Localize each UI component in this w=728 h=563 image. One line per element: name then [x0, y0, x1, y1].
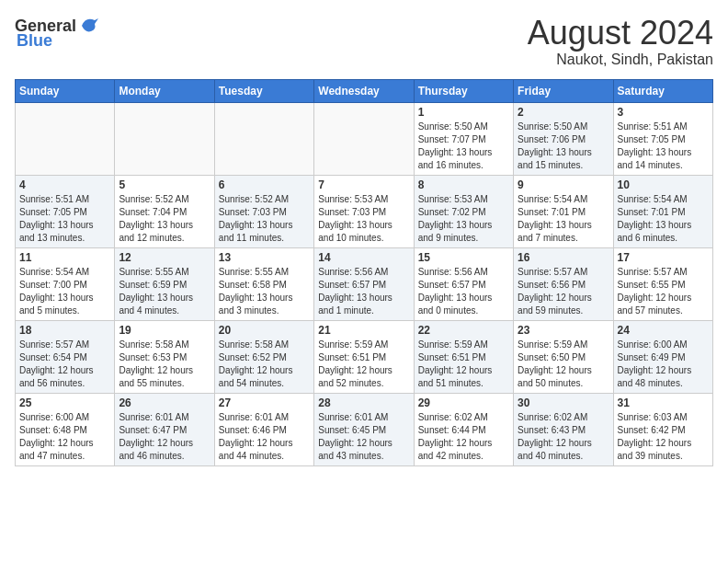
day-info: Sunrise: 5:52 AM Sunset: 7:03 PM Dayligh… — [219, 193, 310, 245]
calendar-cell: 1Sunrise: 5:50 AM Sunset: 7:07 PM Daylig… — [414, 102, 513, 175]
day-info: Sunrise: 5:50 AM Sunset: 7:06 PM Dayligh… — [518, 121, 609, 172]
calendar-cell: 2Sunrise: 5:50 AM Sunset: 7:06 PM Daylig… — [514, 102, 613, 175]
day-info: Sunrise: 5:58 AM Sunset: 6:53 PM Dayligh… — [119, 339, 210, 390]
day-info: Sunrise: 5:53 AM Sunset: 7:03 PM Dayligh… — [318, 193, 409, 245]
calendar-cell: 21Sunrise: 5:59 AM Sunset: 6:51 PM Dayli… — [314, 320, 414, 393]
month-title: August 2024 — [528, 15, 713, 52]
day-info: Sunrise: 6:02 AM Sunset: 6:43 PM Dayligh… — [518, 411, 609, 463]
calendar-cell: 22Sunrise: 5:59 AM Sunset: 6:51 PM Dayli… — [414, 320, 513, 393]
calendar-cell: 29Sunrise: 6:02 AM Sunset: 6:44 PM Dayli… — [414, 393, 513, 465]
calendar-cell: 7Sunrise: 5:53 AM Sunset: 7:03 PM Daylig… — [314, 175, 414, 247]
day-info: Sunrise: 5:57 AM Sunset: 6:54 PM Dayligh… — [19, 339, 110, 390]
day-number: 26 — [119, 396, 210, 409]
weekday-header-saturday: Saturday — [613, 79, 712, 102]
calendar-cell: 3Sunrise: 5:51 AM Sunset: 7:05 PM Daylig… — [613, 102, 712, 175]
calendar-cell — [115, 102, 214, 175]
calendar-cell: 26Sunrise: 6:01 AM Sunset: 6:47 PM Dayli… — [115, 393, 214, 465]
calendar-cell: 13Sunrise: 5:55 AM Sunset: 6:58 PM Dayli… — [214, 247, 313, 320]
logo-icon — [78, 15, 100, 37]
day-info: Sunrise: 5:57 AM Sunset: 6:56 PM Dayligh… — [518, 266, 609, 317]
day-info: Sunrise: 5:58 AM Sunset: 6:52 PM Dayligh… — [219, 339, 310, 390]
day-number: 13 — [219, 251, 310, 264]
day-number: 25 — [19, 396, 110, 409]
day-info: Sunrise: 6:01 AM Sunset: 6:45 PM Dayligh… — [318, 411, 409, 463]
weekday-header-tuesday: Tuesday — [214, 79, 313, 102]
day-number: 18 — [19, 324, 110, 337]
calendar-week-row: 11Sunrise: 5:54 AM Sunset: 7:00 PM Dayli… — [16, 247, 713, 320]
calendar-cell: 8Sunrise: 5:53 AM Sunset: 7:02 PM Daylig… — [414, 175, 513, 247]
weekday-header-monday: Monday — [115, 79, 214, 102]
day-number: 14 — [318, 251, 409, 264]
day-info: Sunrise: 6:02 AM Sunset: 6:44 PM Dayligh… — [418, 411, 509, 463]
calendar-cell: 24Sunrise: 6:00 AM Sunset: 6:49 PM Dayli… — [613, 320, 712, 393]
day-number: 1 — [418, 106, 509, 119]
calendar-week-row: 1Sunrise: 5:50 AM Sunset: 7:07 PM Daylig… — [16, 102, 713, 175]
day-info: Sunrise: 5:54 AM Sunset: 7:01 PM Dayligh… — [518, 193, 609, 245]
calendar-cell: 23Sunrise: 5:59 AM Sunset: 6:50 PM Dayli… — [514, 320, 613, 393]
calendar-cell: 9Sunrise: 5:54 AM Sunset: 7:01 PM Daylig… — [514, 175, 613, 247]
day-number: 28 — [318, 396, 409, 409]
day-number: 9 — [518, 178, 609, 191]
day-info: Sunrise: 5:51 AM Sunset: 7:05 PM Dayligh… — [19, 193, 110, 245]
day-info: Sunrise: 5:50 AM Sunset: 7:07 PM Dayligh… — [418, 121, 509, 172]
calendar-cell: 20Sunrise: 5:58 AM Sunset: 6:52 PM Dayli… — [214, 320, 313, 393]
day-number: 8 — [418, 178, 509, 191]
calendar-header-row: SundayMondayTuesdayWednesdayThursdayFrid… — [16, 79, 713, 102]
page-header: General Blue August 2024 Naukot, Sindh, … — [15, 15, 713, 68]
calendar-cell: 15Sunrise: 5:56 AM Sunset: 6:57 PM Dayli… — [414, 247, 513, 320]
calendar-table: SundayMondayTuesdayWednesdayThursdayFrid… — [15, 79, 713, 466]
calendar-cell: 10Sunrise: 5:54 AM Sunset: 7:01 PM Dayli… — [613, 175, 712, 247]
calendar-cell — [314, 102, 414, 175]
day-number: 5 — [119, 178, 210, 191]
day-number: 22 — [418, 324, 509, 337]
day-number: 17 — [618, 251, 709, 264]
day-info: Sunrise: 5:54 AM Sunset: 7:00 PM Dayligh… — [19, 266, 110, 317]
day-number: 15 — [418, 251, 509, 264]
day-info: Sunrise: 5:54 AM Sunset: 7:01 PM Dayligh… — [618, 193, 709, 245]
day-number: 6 — [219, 178, 310, 191]
day-info: Sunrise: 5:56 AM Sunset: 6:57 PM Dayligh… — [418, 266, 509, 317]
calendar-cell: 16Sunrise: 5:57 AM Sunset: 6:56 PM Dayli… — [514, 247, 613, 320]
calendar-cell: 4Sunrise: 5:51 AM Sunset: 7:05 PM Daylig… — [16, 175, 115, 247]
calendar-cell: 14Sunrise: 5:56 AM Sunset: 6:57 PM Dayli… — [314, 247, 414, 320]
day-number: 24 — [618, 324, 709, 337]
calendar-cell — [214, 102, 313, 175]
day-info: Sunrise: 5:53 AM Sunset: 7:02 PM Dayligh… — [418, 193, 509, 245]
calendar-cell: 6Sunrise: 5:52 AM Sunset: 7:03 PM Daylig… — [214, 175, 313, 247]
day-number: 19 — [119, 324, 210, 337]
calendar-cell: 27Sunrise: 6:01 AM Sunset: 6:46 PM Dayli… — [214, 393, 313, 465]
location-title: Naukot, Sindh, Pakistan — [528, 52, 713, 68]
calendar-cell: 5Sunrise: 5:52 AM Sunset: 7:04 PM Daylig… — [115, 175, 214, 247]
calendar-cell — [16, 102, 115, 175]
weekday-header-wednesday: Wednesday — [314, 79, 414, 102]
day-number: 31 — [618, 396, 709, 409]
day-number: 2 — [518, 106, 609, 119]
day-number: 30 — [518, 396, 609, 409]
calendar-cell: 25Sunrise: 6:00 AM Sunset: 6:48 PM Dayli… — [16, 393, 115, 465]
day-info: Sunrise: 5:59 AM Sunset: 6:51 PM Dayligh… — [418, 339, 509, 390]
logo-blue: Blue — [15, 31, 52, 51]
calendar-week-row: 18Sunrise: 5:57 AM Sunset: 6:54 PM Dayli… — [16, 320, 713, 393]
weekday-header-sunday: Sunday — [16, 79, 115, 102]
calendar-cell: 30Sunrise: 6:02 AM Sunset: 6:43 PM Dayli… — [514, 393, 613, 465]
calendar-cell: 12Sunrise: 5:55 AM Sunset: 6:59 PM Dayli… — [115, 247, 214, 320]
day-info: Sunrise: 5:59 AM Sunset: 6:51 PM Dayligh… — [318, 339, 409, 390]
calendar-cell: 18Sunrise: 5:57 AM Sunset: 6:54 PM Dayli… — [16, 320, 115, 393]
calendar-cell: 31Sunrise: 6:03 AM Sunset: 6:42 PM Dayli… — [613, 393, 712, 465]
calendar-cell: 19Sunrise: 5:58 AM Sunset: 6:53 PM Dayli… — [115, 320, 214, 393]
day-info: Sunrise: 5:55 AM Sunset: 6:58 PM Dayligh… — [219, 266, 310, 317]
day-number: 12 — [119, 251, 210, 264]
day-number: 11 — [19, 251, 110, 264]
day-info: Sunrise: 6:03 AM Sunset: 6:42 PM Dayligh… — [618, 411, 709, 463]
weekday-header-friday: Friday — [514, 79, 613, 102]
day-number: 23 — [518, 324, 609, 337]
day-number: 16 — [518, 251, 609, 264]
calendar-week-row: 25Sunrise: 6:00 AM Sunset: 6:48 PM Dayli… — [16, 393, 713, 465]
logo: General Blue — [15, 15, 100, 51]
day-info: Sunrise: 5:51 AM Sunset: 7:05 PM Dayligh… — [618, 121, 709, 172]
day-number: 27 — [219, 396, 310, 409]
calendar-cell: 11Sunrise: 5:54 AM Sunset: 7:00 PM Dayli… — [16, 247, 115, 320]
day-number: 4 — [19, 178, 110, 191]
day-number: 29 — [418, 396, 509, 409]
day-info: Sunrise: 5:57 AM Sunset: 6:55 PM Dayligh… — [618, 266, 709, 317]
